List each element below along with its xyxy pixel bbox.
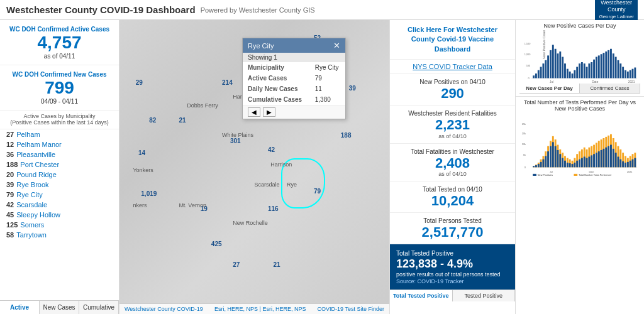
svg-rect-34 (610, 49, 612, 78)
muni-number: 44 (6, 241, 14, 242)
stats-tab-positive[interactable]: Total Tested Positive (390, 290, 453, 301)
list-item[interactable]: 36Pleasantville (0, 149, 119, 160)
svg-rect-13 (559, 51, 561, 78)
popup-value-active: 79 (310, 73, 345, 84)
map-label[interactable]: 21 (179, 117, 186, 124)
chart1-tab-confirmed[interactable]: Confirmed Cases (580, 84, 640, 93)
confirmed-active-sub: as of 04/11 (6, 53, 113, 60)
list-item[interactable]: 125Somers (0, 220, 119, 230)
svg-rect-119 (588, 156, 590, 167)
svg-rect-18 (572, 73, 574, 78)
svg-rect-106 (557, 150, 559, 167)
nys-tracker-link[interactable]: NYS COVID Tracker Data (413, 63, 492, 70)
popup-label-cumulative: Cumulative Cases (243, 94, 310, 105)
chart1-box: New Positive Cases Per Day New Positive … (516, 20, 644, 97)
list-item[interactable]: 188Port Chester (0, 160, 119, 170)
muni-name: Pelham Manor (16, 141, 113, 148)
map-label[interactable]: 42 (268, 146, 275, 153)
chart1-tab-new[interactable]: New Cases Per Day (519, 84, 580, 93)
map-attribution: Esri, HERE, NPS | Esri, HERE, NPS (214, 306, 306, 312)
tab-new-cases[interactable]: New Cases (40, 301, 79, 314)
tab-cumulative[interactable]: Cumulative (79, 301, 119, 314)
total-tested-sub: positive results out of total persons te… (396, 271, 509, 279)
map-label[interactable]: 14 (138, 149, 145, 156)
muni-name: Tuckahoe (16, 241, 113, 242)
svg-rect-97 (535, 165, 537, 167)
municipality-section: Active Cases by Municipality (Positive C… (0, 111, 119, 300)
popup-table: Municipality Rye City Active Cases 79 Da… (243, 62, 345, 105)
svg-rect-25 (588, 63, 590, 78)
list-item[interactable]: 42Scarsdale (0, 200, 119, 210)
tab-active[interactable]: Active (0, 301, 40, 314)
list-item[interactable]: 12Pelham Manor (0, 139, 119, 149)
svg-rect-149 (574, 174, 577, 176)
svg-rect-17 (569, 72, 571, 78)
nys-link-box: NYS COVID Tracker Data (390, 60, 515, 74)
map-label[interactable]: 82 (149, 117, 156, 124)
svg-rect-38 (619, 63, 621, 78)
harrison-label: Harrison (270, 161, 292, 168)
svg-rect-28 (596, 57, 597, 78)
popup-next-button[interactable]: ▶ (263, 107, 275, 117)
popup-showing: Showing 1 (243, 53, 345, 62)
map-label[interactable]: 425 (211, 241, 222, 247)
stats-tab-tested[interactable]: Tested Positive (453, 290, 516, 301)
svg-rect-9 (550, 50, 552, 78)
svg-rect-126 (605, 148, 607, 168)
muni-name: Sleepy Hollow (16, 211, 113, 219)
map-label[interactable]: 188 (341, 132, 352, 139)
total-tested-label: Total Tested Positive (396, 249, 509, 257)
popup-row-active: Active Cases 79 (243, 73, 345, 84)
svg-rect-109 (564, 161, 566, 168)
popup-prev-button[interactable]: ◀ (248, 107, 260, 117)
list-item[interactable]: 79Rye City (0, 190, 119, 200)
svg-rect-26 (591, 62, 592, 78)
map-label[interactable]: 214 (222, 79, 233, 86)
map-label[interactable]: 21 (274, 261, 280, 268)
svg-rect-134 (625, 163, 626, 167)
map-label[interactable]: 29 (136, 79, 143, 86)
total-tested-box: Total Tested Positive 123,838 - 4.9% pos… (390, 244, 515, 290)
svg-rect-10 (552, 45, 554, 78)
svg-rect-21 (579, 63, 580, 78)
map-link-covid[interactable]: Westchester County COVID-19 (125, 306, 203, 312)
list-item[interactable]: 39Rye Brook (0, 180, 119, 190)
map-label[interactable]: 1,019 (141, 190, 157, 197)
svg-rect-133 (622, 161, 624, 167)
svg-text:2021: 2021 (628, 80, 635, 84)
persons-tested-row: Total Persons Tested 2,517,770 (390, 213, 515, 244)
list-item[interactable]: 44Tuckahoe (0, 240, 119, 242)
tested-today-row: Total Tested on 04/10 10,204 (390, 181, 515, 213)
new-positives-row: New Positives on 04/10 290 (390, 74, 515, 106)
fatalities-total-row: Total Fatalities in Westchester 2,408 as… (390, 144, 515, 181)
new-rochelle-label: New Rochelle (233, 220, 268, 226)
muni-number: 125 (6, 221, 18, 229)
svg-rect-30 (601, 54, 602, 78)
svg-rect-122 (596, 153, 597, 167)
map-area[interactable]: 52128292141693982211430142188791,0191911… (119, 20, 389, 314)
map-label[interactable]: 39 (349, 85, 356, 92)
map-link-test-sites[interactable]: COVID-19 Test Site Finder (318, 306, 384, 312)
svg-text:5k: 5k (523, 153, 526, 156)
list-item[interactable]: 27Pelham (0, 129, 119, 139)
nkers-label: nkers (133, 202, 147, 208)
fatalities-total-label: Total Fatalities in Westchester (396, 148, 509, 156)
map-label[interactable]: 301 (230, 138, 241, 144)
list-item[interactable]: 58Tarrytown (0, 230, 119, 240)
popup-close-icon[interactable]: ✕ (333, 41, 340, 50)
svg-text:500: 500 (526, 64, 531, 67)
svg-rect-99 (540, 162, 542, 167)
map-label[interactable]: 116 (268, 205, 279, 212)
municipality-list[interactable]: 27Pelham12Pelham Manor36Pleasantville188… (0, 129, 119, 242)
svg-rect-102 (547, 151, 549, 167)
list-item[interactable]: 45Sleepy Hollow (0, 210, 119, 220)
list-item[interactable]: 20Pound Ridge (0, 170, 119, 180)
svg-text:1,000: 1,000 (525, 53, 531, 56)
total-tested-value: 123,838 - 4.9% (396, 257, 509, 271)
chart1-title: New Positive Cases Per Day (519, 23, 640, 29)
tested-today-value: 10,204 (396, 193, 509, 208)
map-label[interactable]: 27 (233, 261, 240, 268)
vaccine-link[interactable]: Click Here For Westchester County Covid-… (408, 26, 497, 53)
svg-rect-3 (535, 73, 537, 78)
svg-rect-113 (574, 163, 575, 167)
